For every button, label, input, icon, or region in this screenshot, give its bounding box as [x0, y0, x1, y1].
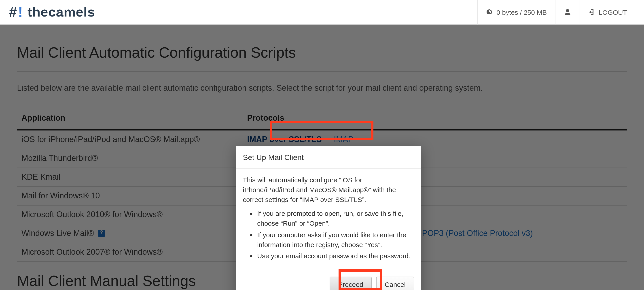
logo-hash-icon: #: [9, 4, 17, 20]
storage-text: 0 bytes / 250 MB: [496, 8, 547, 16]
modal-description: This will automatically configure “iOS f…: [243, 175, 414, 204]
modal-footer: Proceed Cancel: [236, 271, 421, 290]
storage-indicator[interactable]: 0 bytes / 250 MB: [477, 0, 555, 24]
setup-mail-modal: Set Up Mail Client This will automatical…: [236, 146, 421, 290]
proceed-button[interactable]: Proceed: [330, 277, 372, 290]
header-right: 0 bytes / 250 MB LOGOUT: [477, 0, 635, 24]
top-header: #!thecamels 0 bytes / 250 MB LOGOUT: [0, 0, 644, 24]
logout-label: LOGOUT: [598, 8, 627, 16]
modal-body: This will automatically configure “iOS f…: [236, 169, 421, 271]
brand-logo[interactable]: #!thecamels: [9, 4, 95, 20]
modal-bullet: Use your email account password as the p…: [257, 251, 414, 261]
gauge-icon: [486, 8, 493, 16]
logo-bang-icon: !: [18, 4, 23, 20]
brand-text: thecamels: [28, 4, 95, 20]
modal-bullet: If your computer asks if you would like …: [257, 230, 414, 250]
modal-bullet: If you are prompted to open, run, or sav…: [257, 209, 414, 228]
user-icon: [563, 8, 571, 16]
user-menu[interactable]: [555, 0, 580, 24]
logout-icon: [588, 8, 595, 16]
modal-title: Set Up Mail Client: [236, 146, 421, 169]
logout-button[interactable]: LOGOUT: [580, 0, 635, 24]
cancel-button[interactable]: Cancel: [376, 277, 414, 290]
